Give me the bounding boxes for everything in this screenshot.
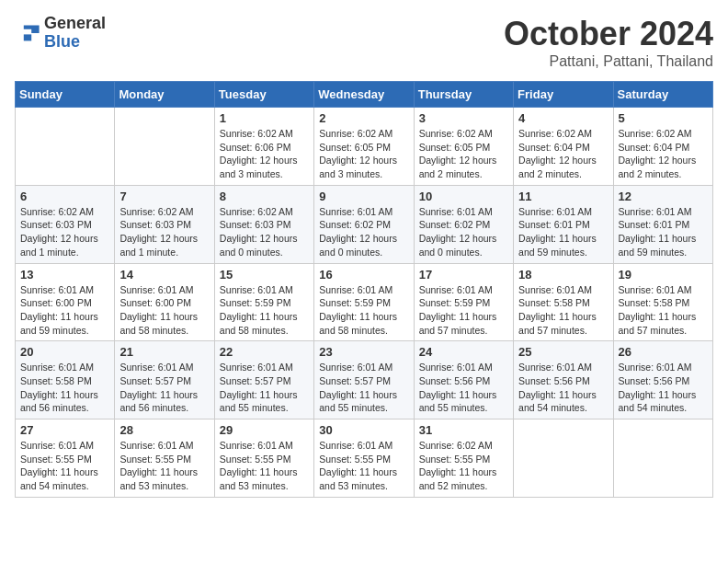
day-number: 20 xyxy=(20,345,109,359)
day-number: 13 xyxy=(20,268,109,282)
calendar-day-cell: 14Sunrise: 6:01 AM Sunset: 6:00 PM Dayli… xyxy=(115,263,214,341)
day-number: 26 xyxy=(619,345,708,359)
day-number: 2 xyxy=(319,111,408,125)
day-number: 23 xyxy=(319,345,408,359)
day-number: 6 xyxy=(20,190,109,203)
day-info: Sunrise: 6:01 AM Sunset: 6:00 PM Dayligh… xyxy=(119,283,209,338)
day-number: 25 xyxy=(518,345,608,359)
calendar-day-cell: 23Sunrise: 6:01 AM Sunset: 5:57 PM Dayli… xyxy=(314,341,414,419)
calendar-day-cell: 7Sunrise: 6:02 AM Sunset: 6:03 PM Daylig… xyxy=(115,185,214,263)
day-number: 27 xyxy=(20,423,109,437)
day-info: Sunrise: 6:02 AM Sunset: 6:05 PM Dayligh… xyxy=(319,127,408,181)
logo-icon xyxy=(15,20,40,46)
page-header: General Blue October 2024 Pattani, Patta… xyxy=(15,15,713,70)
title-area: October 2024 Pattani, Pattani, Thailand xyxy=(504,15,713,70)
logo-blue-text: Blue xyxy=(44,33,106,52)
calendar-body: 1Sunrise: 6:02 AM Sunset: 6:06 PM Daylig… xyxy=(16,108,713,498)
calendar-day-cell: 26Sunrise: 6:01 AM Sunset: 5:56 PM Dayli… xyxy=(613,341,712,419)
calendar-day-cell: 20Sunrise: 6:01 AM Sunset: 5:58 PM Dayli… xyxy=(16,341,115,419)
day-info: Sunrise: 6:02 AM Sunset: 6:05 PM Dayligh… xyxy=(419,127,508,181)
svg-marker-1 xyxy=(24,34,31,40)
logo-text: General Blue xyxy=(44,15,106,52)
day-number: 19 xyxy=(619,268,708,282)
calendar-day-cell: 11Sunrise: 6:01 AM Sunset: 6:01 PM Dayli… xyxy=(514,185,613,263)
calendar-day-cell xyxy=(16,108,115,186)
calendar-day-cell: 18Sunrise: 6:01 AM Sunset: 5:58 PM Dayli… xyxy=(514,263,613,341)
calendar-week-row: 6Sunrise: 6:02 AM Sunset: 6:03 PM Daylig… xyxy=(16,185,713,263)
calendar-week-row: 13Sunrise: 6:01 AM Sunset: 6:00 PM Dayli… xyxy=(16,263,713,341)
calendar-day-cell: 28Sunrise: 6:01 AM Sunset: 5:55 PM Dayli… xyxy=(115,419,214,498)
day-number: 11 xyxy=(518,190,608,203)
day-info: Sunrise: 6:01 AM Sunset: 5:56 PM Dayligh… xyxy=(419,361,508,415)
day-info: Sunrise: 6:02 AM Sunset: 6:03 PM Dayligh… xyxy=(20,205,109,259)
calendar-day-cell: 27Sunrise: 6:01 AM Sunset: 5:55 PM Dayli… xyxy=(16,419,115,498)
weekday-header: Tuesday xyxy=(214,82,313,108)
calendar-week-row: 1Sunrise: 6:02 AM Sunset: 6:06 PM Daylig… xyxy=(16,108,713,186)
day-info: Sunrise: 6:01 AM Sunset: 5:58 PM Dayligh… xyxy=(619,283,708,338)
day-info: Sunrise: 6:01 AM Sunset: 5:57 PM Dayligh… xyxy=(319,361,408,415)
svg-marker-0 xyxy=(24,25,40,32)
day-info: Sunrise: 6:02 AM Sunset: 6:04 PM Dayligh… xyxy=(619,127,708,181)
weekday-header: Monday xyxy=(115,82,214,108)
day-number: 29 xyxy=(220,423,309,437)
day-info: Sunrise: 6:01 AM Sunset: 5:56 PM Dayligh… xyxy=(518,361,608,415)
calendar-day-cell: 17Sunrise: 6:01 AM Sunset: 5:59 PM Dayli… xyxy=(414,263,513,341)
calendar-header: SundayMondayTuesdayWednesdayThursdayFrid… xyxy=(16,82,713,108)
calendar-day-cell xyxy=(115,108,214,186)
day-info: Sunrise: 6:01 AM Sunset: 6:02 PM Dayligh… xyxy=(319,205,408,259)
calendar-day-cell: 9Sunrise: 6:01 AM Sunset: 6:02 PM Daylig… xyxy=(314,185,414,263)
calendar-day-cell: 13Sunrise: 6:01 AM Sunset: 6:00 PM Dayli… xyxy=(16,263,115,341)
calendar-day-cell: 15Sunrise: 6:01 AM Sunset: 5:59 PM Dayli… xyxy=(214,263,313,341)
day-number: 30 xyxy=(319,423,408,437)
day-info: Sunrise: 6:01 AM Sunset: 5:59 PM Dayligh… xyxy=(319,283,408,338)
day-info: Sunrise: 6:01 AM Sunset: 5:59 PM Dayligh… xyxy=(220,283,309,338)
calendar-day-cell xyxy=(514,419,613,498)
day-number: 28 xyxy=(119,423,209,437)
calendar-day-cell: 22Sunrise: 6:01 AM Sunset: 5:57 PM Dayli… xyxy=(214,341,313,419)
weekday-header: Saturday xyxy=(613,82,712,108)
day-info: Sunrise: 6:01 AM Sunset: 6:01 PM Dayligh… xyxy=(619,205,708,259)
day-number: 12 xyxy=(619,190,708,203)
weekday-header: Sunday xyxy=(16,82,115,108)
calendar-day-cell: 19Sunrise: 6:01 AM Sunset: 5:58 PM Dayli… xyxy=(613,263,712,341)
day-info: Sunrise: 6:01 AM Sunset: 5:55 PM Dayligh… xyxy=(319,439,408,493)
day-info: Sunrise: 6:02 AM Sunset: 6:03 PM Dayligh… xyxy=(119,205,209,259)
calendar-day-cell: 12Sunrise: 6:01 AM Sunset: 6:01 PM Dayli… xyxy=(613,185,712,263)
day-info: Sunrise: 6:01 AM Sunset: 5:55 PM Dayligh… xyxy=(20,439,109,493)
day-number: 31 xyxy=(419,423,508,437)
calendar-day-cell: 1Sunrise: 6:02 AM Sunset: 6:06 PM Daylig… xyxy=(214,108,313,186)
calendar-day-cell: 3Sunrise: 6:02 AM Sunset: 6:05 PM Daylig… xyxy=(414,108,513,186)
day-number: 3 xyxy=(419,111,508,125)
weekday-header: Thursday xyxy=(414,82,513,108)
calendar-day-cell: 29Sunrise: 6:01 AM Sunset: 5:55 PM Dayli… xyxy=(214,419,313,498)
weekday-header: Wednesday xyxy=(314,82,414,108)
day-info: Sunrise: 6:01 AM Sunset: 5:58 PM Dayligh… xyxy=(20,361,109,415)
calendar-day-cell xyxy=(613,419,712,498)
logo: General Blue xyxy=(15,15,106,52)
day-info: Sunrise: 6:02 AM Sunset: 5:55 PM Dayligh… xyxy=(419,439,508,493)
calendar-day-cell: 5Sunrise: 6:02 AM Sunset: 6:04 PM Daylig… xyxy=(613,108,712,186)
calendar-week-row: 20Sunrise: 6:01 AM Sunset: 5:58 PM Dayli… xyxy=(16,341,713,419)
day-number: 10 xyxy=(419,190,508,203)
calendar-day-cell: 6Sunrise: 6:02 AM Sunset: 6:03 PM Daylig… xyxy=(16,185,115,263)
calendar-day-cell: 21Sunrise: 6:01 AM Sunset: 5:57 PM Dayli… xyxy=(115,341,214,419)
day-info: Sunrise: 6:01 AM Sunset: 5:57 PM Dayligh… xyxy=(119,361,209,415)
day-info: Sunrise: 6:01 AM Sunset: 5:57 PM Dayligh… xyxy=(220,361,309,415)
day-number: 1 xyxy=(220,111,309,125)
calendar-day-cell: 25Sunrise: 6:01 AM Sunset: 5:56 PM Dayli… xyxy=(514,341,613,419)
day-number: 24 xyxy=(419,345,508,359)
day-info: Sunrise: 6:01 AM Sunset: 6:02 PM Dayligh… xyxy=(419,205,508,259)
day-number: 22 xyxy=(220,345,309,359)
day-info: Sunrise: 6:02 AM Sunset: 6:06 PM Dayligh… xyxy=(220,127,309,181)
logo-general-text: General xyxy=(44,15,106,33)
day-number: 7 xyxy=(119,190,209,203)
day-info: Sunrise: 6:01 AM Sunset: 5:56 PM Dayligh… xyxy=(619,361,708,415)
weekday-row: SundayMondayTuesdayWednesdayThursdayFrid… xyxy=(16,82,713,108)
day-number: 17 xyxy=(419,268,508,282)
day-info: Sunrise: 6:02 AM Sunset: 6:04 PM Dayligh… xyxy=(518,127,608,181)
day-number: 9 xyxy=(319,190,408,203)
day-info: Sunrise: 6:01 AM Sunset: 5:55 PM Dayligh… xyxy=(220,439,309,493)
day-number: 15 xyxy=(220,268,309,282)
day-info: Sunrise: 6:01 AM Sunset: 6:00 PM Dayligh… xyxy=(20,283,109,338)
day-info: Sunrise: 6:01 AM Sunset: 5:58 PM Dayligh… xyxy=(518,283,608,338)
